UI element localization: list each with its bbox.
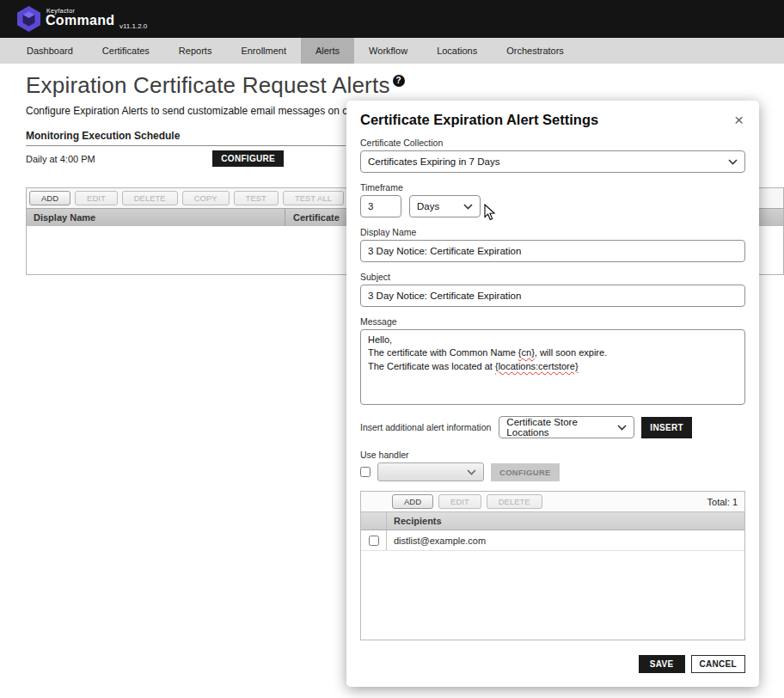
app-header: Keyfactor Command v11.1.2.0 <box>0 0 784 38</box>
nav-locations[interactable]: Locations <box>422 38 492 64</box>
recipients-total: Total: 1 <box>707 497 738 507</box>
configure-handler-button[interactable]: CONFIGURE <box>491 463 560 481</box>
use-handler-checkbox[interactable] <box>360 467 371 477</box>
modal-title: Certificate Expiration Alert Settings <box>360 112 598 128</box>
test-all-alerts-button[interactable]: TEST ALL <box>283 191 344 205</box>
timeframe-label: Timeframe <box>360 182 745 193</box>
message-textarea[interactable]: Hello, The certificate with Common Name … <box>360 329 745 405</box>
recipient-row[interactable]: distlist@example.com <box>361 530 744 551</box>
nav-orchestrators[interactable]: Orchestrators <box>492 38 579 64</box>
monitoring-section: Monitoring Execution Schedule <box>26 127 346 146</box>
test-alert-button[interactable]: TEST <box>234 191 279 205</box>
recipient-email: distlist@example.com <box>387 536 486 546</box>
cancel-button[interactable]: CANCEL <box>691 655 745 673</box>
recipient-checkbox[interactable] <box>369 536 379 546</box>
recipients-panel: ADD EDIT DELETE Total: 1 Recipients dist… <box>360 491 745 640</box>
monitoring-schedule-value: Daily at 4:00 PM <box>26 154 95 164</box>
chevron-down-icon <box>728 156 738 167</box>
cn-token: {cn} <box>518 347 535 358</box>
certificate-collection-select[interactable]: Certificates Expiring in 7 Days <box>360 150 745 173</box>
certificate-collection-value: Certificates Expiring in 7 Days <box>368 156 499 167</box>
subject-label: Subject <box>360 272 745 282</box>
nav-alerts[interactable]: Alerts <box>301 38 354 64</box>
message-line-1: Hello, <box>368 334 738 346</box>
page-title: Expiration Certificate Request Alerts <box>26 72 390 98</box>
insert-info-label: Insert additional alert information <box>360 422 491 432</box>
recipients-table-header: Recipients <box>361 511 744 530</box>
location-token: {locations:certstore} <box>495 361 579 371</box>
display-name-label: Display Name <box>360 227 745 237</box>
handler-select[interactable] <box>377 462 484 481</box>
edit-recipient-button[interactable]: EDIT <box>438 494 481 509</box>
edit-alert-button[interactable]: EDIT <box>75 191 118 205</box>
chevron-down-icon <box>463 201 473 211</box>
message-label: Message <box>360 316 745 327</box>
add-recipient-button[interactable]: ADD <box>392 494 433 509</box>
version-label: v11.1.2.0 <box>119 22 147 30</box>
insert-info-value: Certificate Store Locations <box>506 417 613 438</box>
timeframe-input[interactable] <box>360 195 401 217</box>
timeframe-unit-select[interactable]: Days <box>409 195 481 217</box>
recipients-empty-area <box>361 551 744 640</box>
column-recipients: Recipients <box>387 516 442 526</box>
brand-command: Command <box>46 13 114 28</box>
subject-input[interactable] <box>360 285 745 307</box>
add-alert-button[interactable]: ADD <box>29 191 70 205</box>
recipients-select-all-cell <box>361 512 387 530</box>
insert-info-select[interactable]: Certificate Store Locations <box>499 416 634 438</box>
column-display-name: Display Name <box>27 212 285 223</box>
nav-dashboard[interactable]: Dashboard <box>12 38 88 64</box>
nav-enrollment[interactable]: Enrollment <box>226 38 301 64</box>
insert-button[interactable]: INSERT <box>641 417 691 438</box>
delete-recipient-button[interactable]: DELETE <box>487 494 542 509</box>
close-icon[interactable]: × <box>732 112 745 128</box>
delete-alert-button[interactable]: DELETE <box>122 191 178 205</box>
nav-reports[interactable]: Reports <box>164 38 227 64</box>
chevron-down-icon <box>617 422 627 432</box>
keyfactor-logo-icon <box>15 5 42 36</box>
save-button[interactable]: SAVE <box>639 655 685 673</box>
monitoring-schedule-label: Monitoring Execution Schedule <box>26 130 180 142</box>
timeframe-unit-value: Days <box>417 201 439 211</box>
configure-schedule-button[interactable]: CONFIGURE <box>212 150 284 167</box>
use-handler-label: Use handler <box>360 450 745 460</box>
display-name-input[interactable] <box>360 240 745 262</box>
certificate-collection-label: Certificate Collection <box>360 138 745 148</box>
alert-settings-modal: Certificate Expiration Alert Settings × … <box>346 101 759 687</box>
chevron-down-icon <box>467 467 476 477</box>
nav-workflow[interactable]: Workflow <box>354 38 422 64</box>
main-nav: Dashboard Certificates Reports Enrollmen… <box>0 38 784 64</box>
copy-alert-button[interactable]: COPY <box>182 191 230 205</box>
message-line-3: The Certificate was located at {location… <box>368 360 738 373</box>
recipients-toolbar: ADD EDIT DELETE Total: 1 <box>361 492 744 511</box>
help-icon[interactable]: ? <box>393 75 405 87</box>
nav-certificates[interactable]: Certificates <box>88 38 164 64</box>
message-line-2: The certificate with Common Name {cn}, w… <box>368 346 738 359</box>
